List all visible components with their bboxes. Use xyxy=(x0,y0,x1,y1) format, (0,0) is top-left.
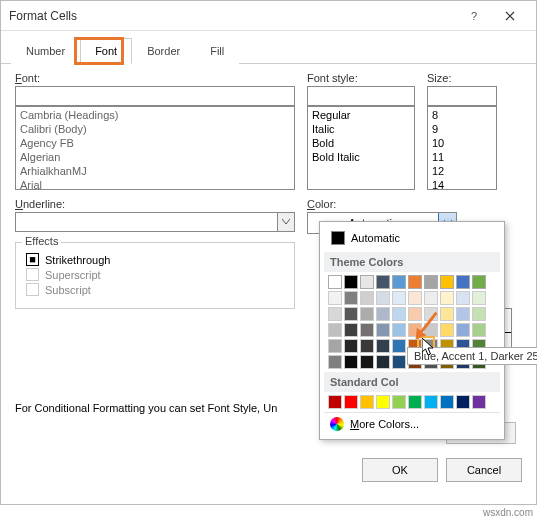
color-swatch[interactable] xyxy=(360,355,374,369)
color-swatch[interactable] xyxy=(328,323,342,337)
standard-color-row xyxy=(324,394,500,410)
color-swatch[interactable] xyxy=(472,307,486,321)
color-swatch[interactable] xyxy=(344,275,358,289)
color-swatch[interactable] xyxy=(392,307,406,321)
list-item[interactable]: 8 xyxy=(428,108,496,122)
color-swatch[interactable] xyxy=(376,339,390,353)
list-item[interactable]: Italic xyxy=(308,122,414,136)
close-button[interactable] xyxy=(492,4,528,28)
tab-border[interactable]: Border xyxy=(132,38,195,64)
color-swatch[interactable] xyxy=(360,323,374,337)
font-style-input[interactable] xyxy=(307,86,415,106)
more-colors[interactable]: More Colors... xyxy=(324,412,500,435)
color-swatch[interactable] xyxy=(344,307,358,321)
color-swatch[interactable] xyxy=(424,291,438,305)
tab-font[interactable]: Font xyxy=(80,38,132,64)
color-swatch[interactable] xyxy=(392,339,406,353)
color-swatch[interactable] xyxy=(328,307,342,321)
list-item[interactable]: Arial xyxy=(16,178,294,190)
list-item[interactable]: Calibri (Body) xyxy=(16,122,294,136)
list-item[interactable]: 12 xyxy=(428,164,496,178)
list-item[interactable]: 11 xyxy=(428,150,496,164)
color-automatic[interactable]: Automatic xyxy=(324,226,500,250)
ok-button[interactable]: OK xyxy=(362,458,438,482)
list-item[interactable]: 14 xyxy=(428,178,496,190)
underline-combo[interactable] xyxy=(15,212,295,232)
color-swatch[interactable] xyxy=(440,275,454,289)
help-button[interactable]: ? xyxy=(456,4,492,28)
color-swatch[interactable] xyxy=(440,395,454,409)
list-item[interactable]: Bold xyxy=(308,136,414,150)
size-input[interactable] xyxy=(427,86,497,106)
info-message: For Conditional Formatting you can set F… xyxy=(15,402,277,414)
color-swatch[interactable] xyxy=(328,395,342,409)
color-swatch[interactable] xyxy=(376,323,390,337)
color-swatch[interactable] xyxy=(392,275,406,289)
color-swatch[interactable] xyxy=(360,395,374,409)
color-swatch[interactable] xyxy=(328,275,342,289)
font-input[interactable] xyxy=(15,86,295,106)
color-swatch[interactable] xyxy=(456,275,470,289)
color-swatch[interactable] xyxy=(376,291,390,305)
color-swatch[interactable] xyxy=(456,323,470,337)
color-swatch[interactable] xyxy=(360,275,374,289)
list-item[interactable]: Regular xyxy=(308,108,414,122)
color-swatch[interactable] xyxy=(472,395,486,409)
font-list[interactable]: Cambria (Headings) Calibri (Body) Agency… xyxy=(15,106,295,190)
color-swatch[interactable] xyxy=(456,291,470,305)
list-item[interactable]: ArhialkhanMJ xyxy=(16,164,294,178)
color-swatch[interactable] xyxy=(344,339,358,353)
color-swatch[interactable] xyxy=(392,395,406,409)
color-swatch[interactable] xyxy=(456,307,470,321)
list-item[interactable]: Cambria (Headings) xyxy=(16,108,294,122)
color-swatch[interactable] xyxy=(376,395,390,409)
color-swatch[interactable] xyxy=(408,307,422,321)
superscript-checkbox[interactable]: Superscript xyxy=(26,268,284,281)
color-swatch[interactable] xyxy=(344,395,358,409)
color-swatch[interactable] xyxy=(440,291,454,305)
color-swatch[interactable] xyxy=(392,323,406,337)
cancel-button[interactable]: Cancel xyxy=(446,458,522,482)
color-swatch[interactable] xyxy=(344,291,358,305)
color-swatch[interactable] xyxy=(392,291,406,305)
strikethrough-checkbox[interactable]: ■ Strikethrough xyxy=(26,253,284,266)
color-swatch[interactable] xyxy=(360,339,374,353)
color-swatch[interactable] xyxy=(472,275,486,289)
size-label: Size: xyxy=(427,72,497,84)
color-swatch[interactable] xyxy=(344,355,358,369)
color-swatch[interactable] xyxy=(424,395,438,409)
tab-strip: Number Font Border Fill xyxy=(1,31,536,64)
font-style-list[interactable]: Regular Italic Bold Bold Italic xyxy=(307,106,415,190)
color-swatch[interactable] xyxy=(360,291,374,305)
color-swatch[interactable] xyxy=(440,323,454,337)
chevron-down-icon[interactable] xyxy=(277,212,295,232)
color-swatch[interactable] xyxy=(424,275,438,289)
list-item[interactable]: 9 xyxy=(428,122,496,136)
color-swatch[interactable] xyxy=(472,323,486,337)
color-swatch[interactable] xyxy=(376,355,390,369)
color-swatch[interactable] xyxy=(408,395,422,409)
tab-number[interactable]: Number xyxy=(11,38,80,64)
size-list[interactable]: 8 9 10 11 12 14 xyxy=(427,106,497,190)
color-swatch[interactable] xyxy=(376,275,390,289)
tab-fill[interactable]: Fill xyxy=(195,38,239,64)
color-label: Color: xyxy=(307,198,457,210)
color-swatch[interactable] xyxy=(328,339,342,353)
color-swatch[interactable] xyxy=(328,291,342,305)
color-swatch[interactable] xyxy=(456,395,470,409)
subscript-checkbox[interactable]: Subscript xyxy=(26,283,284,296)
color-swatch[interactable] xyxy=(376,307,390,321)
color-swatch[interactable] xyxy=(408,291,422,305)
list-item[interactable]: Agency FB xyxy=(16,136,294,150)
list-item[interactable]: Algerian xyxy=(16,150,294,164)
list-item[interactable]: Bold Italic xyxy=(308,150,414,164)
color-swatch[interactable] xyxy=(328,355,342,369)
color-swatch[interactable] xyxy=(408,275,422,289)
color-swatch[interactable] xyxy=(392,355,406,369)
color-swatch[interactable] xyxy=(360,307,374,321)
dialog-title: Format Cells xyxy=(9,9,456,23)
color-swatch[interactable] xyxy=(344,323,358,337)
color-swatch[interactable] xyxy=(440,307,454,321)
list-item[interactable]: 10 xyxy=(428,136,496,150)
color-swatch[interactable] xyxy=(472,291,486,305)
